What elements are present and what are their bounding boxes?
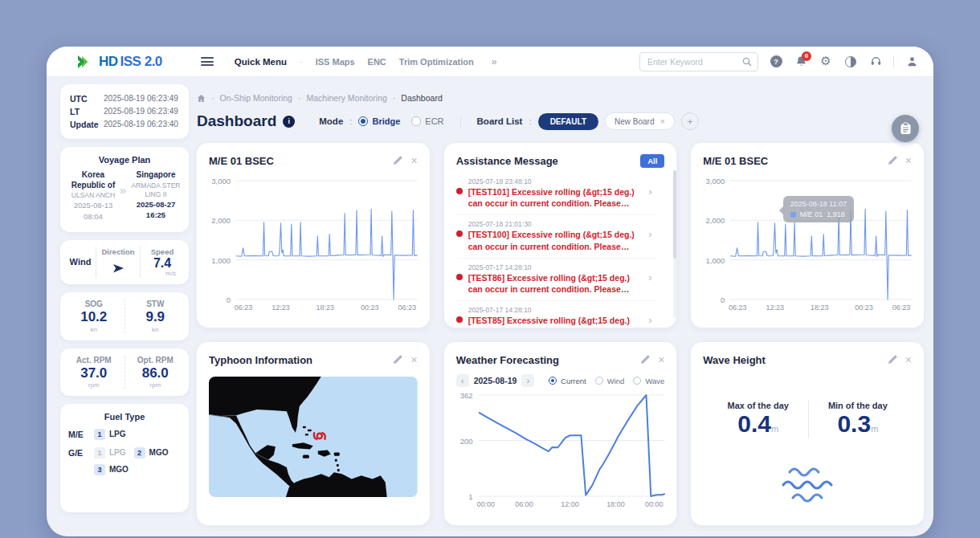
prev-date-button[interactable]: ‹ bbox=[456, 374, 469, 387]
board-list: Board List : DEFAULT New Board × + bbox=[477, 112, 699, 130]
menu-item-iss-maps[interactable]: ISS Maps bbox=[316, 57, 355, 67]
menu-item-enc[interactable]: ENC bbox=[368, 57, 386, 67]
x-axis-tick: 12:23 bbox=[766, 304, 784, 312]
weather-radio-wind[interactable]: Wind bbox=[595, 377, 625, 385]
menu-item-trim-optimization[interactable]: Trim Optimization bbox=[399, 57, 474, 67]
board-default-pill[interactable]: DEFAULT bbox=[538, 113, 598, 130]
x-axis-tick: 00:23 bbox=[855, 304, 873, 312]
radio-icon[interactable] bbox=[358, 116, 368, 126]
typhoon-map[interactable] bbox=[209, 377, 418, 497]
alert-dot-icon bbox=[456, 274, 463, 280]
header-divider bbox=[460, 116, 461, 128]
weather-radio-current[interactable]: Current bbox=[549, 377, 586, 385]
logo-text: HDISS 2.0 bbox=[99, 54, 162, 70]
home-icon[interactable] bbox=[197, 94, 206, 103]
help-icon[interactable]: ? bbox=[769, 55, 783, 69]
search-input[interactable] bbox=[646, 56, 742, 67]
remove-board-icon[interactable]: × bbox=[659, 116, 664, 126]
assistance-message-item[interactable]: 2025-07-17 14:28:10[TEST86] Excessive ro… bbox=[456, 259, 657, 301]
message-text: [TEST86] Excessive rolling (&gt;15 deg.)… bbox=[468, 272, 646, 295]
waves-icon bbox=[703, 463, 912, 507]
x-axis-tick: 06:00 bbox=[515, 500, 533, 508]
breadcrumb-item[interactable]: Machinery Monitoring bbox=[306, 93, 386, 103]
edit-pencil-icon[interactable] bbox=[393, 156, 402, 165]
fuel-type-card: Fuel Type M/E 1LPG G/E 1LPG 2MGO 3MGO bbox=[60, 404, 189, 512]
headset-support-icon[interactable] bbox=[868, 55, 883, 69]
y-axis: 3,0002,0001,0000 bbox=[703, 181, 730, 300]
search-icon[interactable] bbox=[742, 57, 752, 67]
fuel-badge: 3MGO bbox=[94, 464, 129, 475]
mode-radio-ecr[interactable]: ECR bbox=[411, 116, 443, 126]
weather-radio-wave[interactable]: Wave bbox=[633, 377, 664, 385]
add-board-button[interactable]: + bbox=[681, 112, 699, 130]
message-text: [TEST85] Excessive rolling (&gt;15 deg.)… bbox=[468, 315, 646, 328]
app-body: UTC2025-08-19 06:23:49 LT2025-08-19 06:2… bbox=[47, 77, 933, 536]
scrollbar[interactable] bbox=[673, 170, 676, 318]
wave-min-cell: Min of the day 0.3m bbox=[808, 401, 907, 438]
filter-all-badge[interactable]: All bbox=[640, 154, 664, 168]
alert-dot-icon bbox=[456, 188, 463, 194]
wave-max-cell: Max of the day 0.4m bbox=[708, 401, 807, 438]
update-time-row: Update2025-08-19 06:23:40 bbox=[70, 118, 179, 131]
close-icon[interactable]: × bbox=[905, 354, 912, 365]
typhoon-information-card: Typhoon Information × bbox=[197, 342, 430, 525]
x-axis-tick: 18:23 bbox=[316, 304, 335, 312]
mode-radio-bridge[interactable]: Bridge bbox=[358, 116, 400, 126]
assistance-message-item[interactable]: 2025-07-17 14:28:10[TEST85] Excessive ro… bbox=[456, 301, 657, 328]
mode-radio-group: BridgeECR bbox=[358, 116, 443, 126]
voyage-chevron-icon: » bbox=[120, 183, 129, 197]
line-chart-plot bbox=[236, 181, 418, 300]
message-timestamp: 2025-07-18 21:01:30 bbox=[468, 220, 646, 228]
close-icon[interactable]: × bbox=[410, 354, 417, 365]
x-axis-tick: 00:00 bbox=[645, 500, 664, 508]
message-timestamp: 2025-07-18 23:48:10 bbox=[468, 177, 646, 185]
assistance-message-item[interactable]: 2025-07-18 23:48:10[TEST101] Excessive r… bbox=[456, 173, 657, 215]
message-timestamp: 2025-07-17 14:28:10 bbox=[468, 306, 646, 314]
x-axis: 06:2312:2318:2300:2306:23 bbox=[730, 304, 909, 314]
y-axis-tick: 3,000 bbox=[211, 177, 231, 185]
board-clipboard-button[interactable] bbox=[892, 115, 919, 142]
card-title: Typhoon Information bbox=[209, 354, 312, 366]
app-logo[interactable]: HDISS 2.0 bbox=[77, 54, 162, 70]
notification-bell-icon[interactable]: 0 bbox=[794, 55, 808, 69]
y-axis-tick: 3,000 bbox=[706, 177, 725, 185]
close-icon[interactable]: × bbox=[410, 155, 417, 166]
x-axis-tick: 06:23 bbox=[398, 304, 416, 312]
radio-icon[interactable] bbox=[549, 377, 557, 385]
search-box bbox=[639, 52, 758, 71]
line-chart-plot bbox=[479, 395, 665, 496]
card-title: Wave Height bbox=[703, 354, 766, 366]
edit-pencil-icon[interactable] bbox=[393, 355, 402, 365]
y-axis-tick: 362 bbox=[460, 391, 473, 400]
user-profile-icon[interactable] bbox=[904, 55, 919, 69]
assistance-message-item[interactable]: 2025-07-18 21:01:30[TEST100] Excessive r… bbox=[456, 215, 657, 258]
close-icon[interactable]: × bbox=[658, 354, 664, 365]
radio-icon[interactable] bbox=[595, 377, 603, 385]
breadcrumb-current: Dashboard bbox=[401, 93, 442, 103]
edit-pencil-icon[interactable] bbox=[888, 156, 897, 165]
edit-pencil-icon[interactable] bbox=[640, 355, 650, 365]
line-chart-plot: 2025-08-18 11:07 M/E 011,918 bbox=[730, 181, 912, 300]
radio-icon[interactable] bbox=[633, 377, 641, 385]
contrast-theme-icon[interactable] bbox=[843, 55, 858, 69]
opt-rpm-cell: Opt. RPM 86.0 rpm bbox=[125, 356, 186, 389]
menu-toggle-icon[interactable] bbox=[201, 57, 214, 66]
settings-gear-icon[interactable]: ⚙ bbox=[819, 55, 833, 69]
menu-more-icon[interactable]: » bbox=[492, 56, 497, 67]
radio-icon[interactable] bbox=[411, 116, 421, 126]
alert-dot-icon bbox=[456, 316, 463, 323]
board-new-pill[interactable]: New Board × bbox=[605, 112, 675, 130]
close-icon[interactable]: × bbox=[905, 155, 912, 166]
chevron-right-icon: › bbox=[648, 271, 656, 295]
edit-pencil-icon[interactable] bbox=[888, 355, 897, 365]
next-date-button[interactable]: › bbox=[521, 374, 534, 387]
menu-item-quick-menu[interactable]: Quick Menu bbox=[235, 57, 287, 67]
x-axis-tick: 12:23 bbox=[272, 304, 290, 312]
act-rpm-cell: Act. RPM 37.0 rpm bbox=[63, 356, 125, 389]
info-icon[interactable]: i bbox=[283, 116, 295, 128]
wind-speed: Speed 7.4 m/s bbox=[140, 247, 184, 279]
breadcrumb-item[interactable]: On-Ship Monitoring bbox=[220, 93, 292, 103]
y-axis-tick: 1,000 bbox=[706, 255, 725, 264]
wind-label: Wind bbox=[65, 247, 96, 279]
dashboard-grid: M/E 01 BSEC × 3,0002,0001,0000 06:2312:2… bbox=[197, 143, 924, 525]
